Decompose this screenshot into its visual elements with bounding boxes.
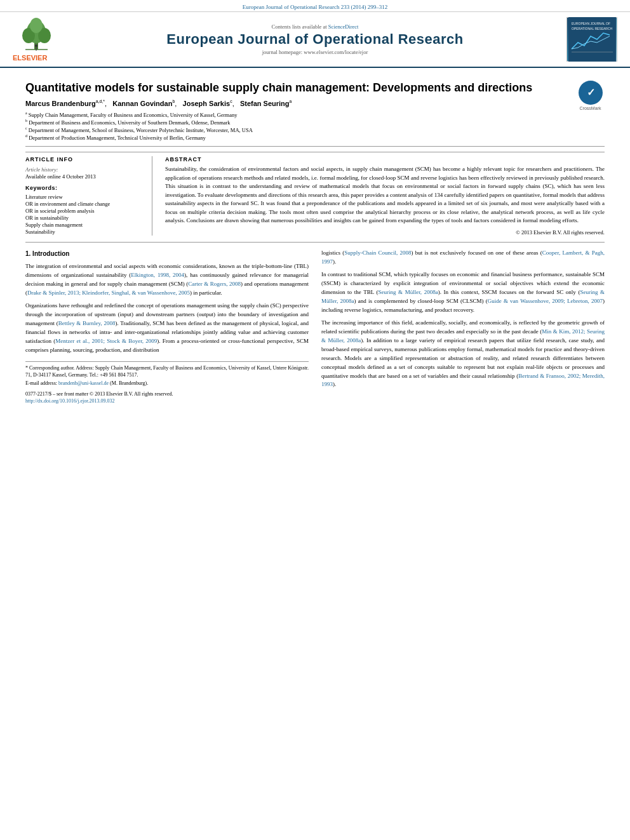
authors-line: Marcus Brandenburga,d,*, Kannan Govindan… (25, 99, 570, 107)
ref-supply-chain-council[interactable]: Supply-Chain Council, 2008 (344, 250, 411, 256)
main-content: 1. Introduction The integration of envir… (25, 242, 605, 404)
ref-bettley[interactable]: Bettley & Burnley, 2008 (58, 320, 116, 326)
article-title: Quantitative models for sustainable supp… (25, 81, 570, 95)
affiliation-d: Department of Production Management, Tec… (29, 134, 206, 140)
crossmark-label: CrossMark (580, 106, 601, 110)
journal-top-bar: European Journal of Operational Research… (0, 0, 630, 12)
keywords-title: Keywords: (25, 185, 142, 191)
keyword-6: Sustainability (25, 229, 142, 235)
author-4-sup: a (290, 99, 292, 103)
author-2-name: Kannan Govindan (112, 100, 172, 107)
article-title-text: Quantitative models for sustainable supp… (25, 81, 570, 141)
ref-seuring-1[interactable]: Seuring & Müller, 2008a (378, 289, 438, 295)
col-right: logistics (Supply-Chain Council, 2008) b… (321, 249, 605, 404)
crossmark-badge[interactable]: ✓ CrossMark (576, 81, 605, 110)
article-info-abstract: ARTICLE INFO Article history: Available … (25, 152, 605, 236)
elsevier-wordmark: ELSEVIER (13, 54, 47, 62)
svg-text:EUROPEAN JOURNAL OF: EUROPEAN JOURNAL OF (572, 22, 610, 25)
keywords-list: Literature review OR in environment and … (25, 194, 142, 235)
author-2-sup: b (172, 99, 175, 103)
article-info-title: ARTICLE INFO (25, 156, 142, 163)
keyword-1: Literature review (25, 194, 142, 200)
footnote-asterisk: * Corresponding author. Address: Supply … (25, 364, 309, 378)
elsevier-tree-image (13, 18, 60, 53)
email-suffix: (M. Brandenburg). (110, 380, 148, 386)
ref-mentzer[interactable]: Mentzer et al., 2001; Stock & Boyer, 200… (55, 338, 157, 344)
abstract-title: ABSTRACT (165, 156, 605, 163)
article-body: Quantitative models for sustainable supp… (0, 68, 630, 411)
section-1-title: 1. Introduction (25, 249, 309, 258)
keyword-2: OR in environment and climate change (25, 201, 142, 207)
abstract-section: ABSTRACT Sustainability, the considerati… (165, 156, 605, 236)
right-para-1: logistics (Supply-Chain Council, 2008) b… (321, 249, 605, 267)
email-link[interactable]: brandenb@uni-kassel.de (58, 380, 109, 386)
homepage-prefix: journal homepage: (262, 49, 303, 55)
contents-prefix: Contents lists available at (272, 23, 327, 30)
right-para-3: The increasing importance of this field,… (321, 319, 605, 390)
author-1-sup: a,d,* (96, 99, 105, 103)
ref-guide[interactable]: Guide & van Wassenhove, 2009; Lebreton, … (488, 298, 603, 304)
journal-header-center: Contents lists available at ScienceDirec… (64, 23, 566, 55)
keyword-5: Supply chain management (25, 222, 142, 228)
journal-citation: European Journal of Operational Research… (243, 4, 388, 10)
ref-bertrand[interactable]: Bertrand & Fransoo, 2002; Meredith, 1993 (321, 373, 605, 388)
affiliations: a Supply Chain Management, Faculty of Bu… (25, 111, 570, 140)
affiliation-a: Supply Chain Management, Faculty of Busi… (29, 112, 238, 118)
sciencedirect-link[interactable]: ScienceDirect (328, 23, 359, 30)
journal-header: ELSEVIER Contents lists available at Sci… (0, 12, 630, 68)
author-3-sup: c (230, 99, 232, 103)
footnote-area: * Corresponding author. Address: Supply … (25, 361, 309, 405)
journal-title: European Journal of Operational Research (64, 31, 566, 48)
ref-drake[interactable]: Drake & Spinler, 2013; Kleindorfer, Sing… (27, 290, 190, 296)
ref-min[interactable]: Min & Kim, 2012; Seuring & Müller, 2008a (321, 328, 605, 343)
right-para-2: In contrast to traditional SCM, which ty… (321, 270, 605, 315)
doi-link[interactable]: http://dx.doi.org/10.1016/j.ejor.2013.09… (25, 398, 115, 404)
keyword-4: OR in sustainability (25, 215, 142, 221)
copyright-line: © 2013 Elsevier B.V. All rights reserved… (165, 229, 605, 236)
article-title-section: Quantitative models for sustainable supp… (25, 74, 605, 147)
author-1-name: Marcus Brandenburg (25, 100, 96, 107)
homepage-url[interactable]: www.elsevier.com/locate/ejor (304, 49, 368, 55)
affiliation-c: Department of Management, School of Busi… (29, 127, 253, 133)
ref-carter[interactable]: Carter & Rogers, 2008 (188, 281, 241, 287)
svg-text:OPERATIONAL RESEARCH: OPERATIONAL RESEARCH (572, 27, 613, 30)
svg-point-6 (35, 44, 37, 47)
ref-elkington[interactable]: Elkington, 1998, 2004 (131, 272, 184, 278)
elsevier-logo: ELSEVIER (13, 18, 64, 62)
issn-line: 0377-2217/$ – see front matter © 2013 El… (25, 390, 309, 404)
author-3-name: Joseph Sarkis (183, 100, 231, 107)
footnote-email: E-mail address: brandenb@uni-kassel.de (… (25, 380, 309, 387)
svg-text:✓: ✓ (586, 87, 594, 98)
intro-para-2: Organizations have rethought and redefin… (25, 302, 309, 355)
svg-point-4 (30, 18, 43, 33)
issn-text: 0377-2217/$ – see front matter © 2013 El… (25, 391, 173, 397)
history-label: Article history: (25, 166, 142, 173)
article-info: ARTICLE INFO Article history: Available … (25, 156, 152, 236)
intro-para-1: The integration of environmental and soc… (25, 262, 309, 298)
journal-logo-right: EUROPEAN JOURNAL OF OPERATIONAL RESEARCH (566, 17, 617, 62)
email-label: E-mail address: (25, 380, 57, 386)
crossmark-icon: ✓ (579, 81, 603, 105)
homepage-line: journal homepage: www.elsevier.com/locat… (64, 49, 566, 55)
history-value: Available online 4 October 2013 (25, 173, 142, 180)
affiliation-b: Department of Business and Economics, Un… (29, 119, 231, 126)
contents-available-line: Contents lists available at ScienceDirec… (64, 23, 566, 30)
author-4-name: Stefan Seuring (240, 100, 290, 107)
abstract-text: Sustainability, the consideration of env… (165, 165, 605, 225)
keyword-3: OR in societal problem analysis (25, 208, 142, 214)
col-left: 1. Introduction The integration of envir… (25, 249, 309, 404)
